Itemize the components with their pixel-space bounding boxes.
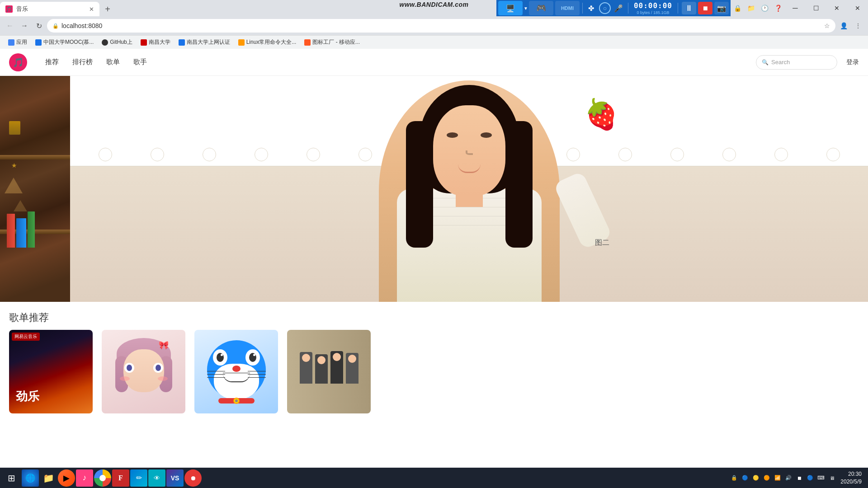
url-bar[interactable]: 🔒 localhost:8080 ☆ <box>47 19 835 33</box>
music-logo[interactable]: 🎵 <box>9 53 27 71</box>
search-icon: 🔍 <box>762 59 769 66</box>
login-button[interactable]: 登录 <box>846 58 859 66</box>
extension-button-2[interactable]: ⋮ <box>852 19 864 32</box>
start-button[interactable]: ⊞ <box>2 469 21 488</box>
url-lock-icon: 🔒 <box>52 23 59 29</box>
tab-close-icon[interactable]: ✕ <box>89 6 94 13</box>
bookmark-star-icon[interactable]: ☆ <box>824 22 830 29</box>
bandicam-pause-button[interactable]: ⏸ <box>682 2 696 14</box>
bandicam-filesize: 0 bytes / 185.1GB <box>637 10 669 15</box>
taskbar-folder-button[interactable]: 📁 <box>40 469 57 487</box>
nav-playlist[interactable]: 歌单 <box>106 58 120 66</box>
taskbar-record-button[interactable]: ⏺ <box>184 469 202 487</box>
bookmark-iconfactory[interactable]: 图标工厂 - 移动应... <box>301 38 363 47</box>
bookshelf-left: ★ <box>0 76 70 302</box>
book-3 <box>28 211 35 248</box>
person-figure: 🍓 图二 <box>311 80 627 302</box>
chrome-profile-icon[interactable]: 🔒 <box>731 0 744 16</box>
playlist-card-3[interactable] <box>194 330 278 413</box>
taskbar-foxit-button[interactable]: F <box>112 469 129 487</box>
refresh-button[interactable]: ↻ <box>33 19 45 32</box>
window-maximize-button[interactable]: ☐ <box>806 0 826 16</box>
playlist-badge-1: 网易云音乐 <box>12 333 40 341</box>
browser-tab[interactable]: 🎵 音乐 ✕ <box>0 2 99 16</box>
nav-chart[interactable]: 排行榜 <box>72 58 93 66</box>
tray-icon-1[interactable]: 🔒 <box>729 473 739 483</box>
taskbar-vs-button[interactable]: VS <box>166 469 184 487</box>
hero-right-section: 🍓 图二 <box>70 76 868 302</box>
bookmark-mooc[interactable]: 中国大学MOOC(慕... <box>32 38 97 47</box>
playlist-card-1[interactable]: 网易云音乐 劲乐 <box>9 330 93 413</box>
search-bar[interactable]: 🔍 Search <box>756 55 837 70</box>
bookmark-ncu[interactable]: 南昌大学 <box>137 38 174 47</box>
playlist-text-1: 劲乐 <box>16 389 39 404</box>
person-container: 🍓 图二 <box>70 76 868 302</box>
window-close-button[interactable]: ✕ <box>826 0 847 16</box>
taskbar-ie-button[interactable]: 🌐 <box>22 469 39 487</box>
nav-singer[interactable]: 歌手 <box>133 58 147 66</box>
clock-date: 2020/5/9 <box>840 478 862 486</box>
taskbar-chrome-button[interactable] <box>94 469 111 487</box>
chrome-downloads-icon[interactable]: 📁 <box>744 0 758 16</box>
bandicam-circle-button[interactable]: ○ <box>599 2 611 14</box>
mouth <box>458 164 481 173</box>
bandicam-monitor-button[interactable]: 🖥️ <box>498 1 523 15</box>
tray-icon-10[interactable]: 🖥 <box>827 473 837 483</box>
tray-icon-5[interactable]: 📶 <box>773 473 783 483</box>
taskbar-media-button[interactable]: ▶ <box>58 469 75 487</box>
new-tab-button[interactable]: + <box>101 3 114 15</box>
bookmark-apps[interactable]: 应用 <box>5 38 31 47</box>
hero-banner: ★ <box>0 76 868 302</box>
bandicam-timer: 00:00:00 <box>634 1 672 10</box>
window-minimize-button[interactable]: ─ <box>785 0 806 16</box>
hair-right <box>505 121 533 248</box>
tray-icon-9[interactable]: ⌨ <box>816 473 826 483</box>
bandicam-camera-button[interactable]: 📷 <box>714 2 729 14</box>
bandicam-monitor-dropdown[interactable]: ▼ <box>524 1 527 15</box>
bookmark-linux[interactable]: Linux常用命令大全... <box>235 38 300 47</box>
bandicam-stop-button[interactable]: ⏹ <box>698 2 712 14</box>
bandicam-cursor-button[interactable]: ✤ <box>585 2 597 14</box>
address-bar: ← → ↻ 🔒 localhost:8080 ☆ 👤 ⋮ <box>0 16 868 35</box>
tray-icon-3[interactable]: 🟡 <box>751 473 761 483</box>
playlist-thumb-4 <box>287 330 371 413</box>
bandicam-mic-button[interactable]: 🎤 <box>613 2 624 14</box>
clock-time: 20:30 <box>840 470 862 478</box>
tray-icon-2[interactable]: 🔵 <box>740 473 750 483</box>
back-button[interactable]: ← <box>4 19 16 32</box>
window-close-button-2[interactable]: ✕ <box>847 0 868 16</box>
extension-button-1[interactable]: 👤 <box>837 19 850 32</box>
system-clock[interactable]: 20:30 2020/5/9 <box>838 470 864 486</box>
tray-icon-6[interactable]: 🔊 <box>783 473 793 483</box>
taskbar: ⊞ 🌐 📁 ▶ ♪ F ✏ 👁 VS ⏺ 🔒 🔵 🟡 🟠 📶 🔊 ⏹ 🔵 ⌨ 🖥 <box>0 468 868 488</box>
nose <box>466 150 473 155</box>
taskbar-sound-button[interactable]: ♪ <box>76 469 93 487</box>
tray-icon-4[interactable]: 🟠 <box>762 473 772 483</box>
section-title: 歌单推荐 <box>9 311 859 324</box>
playlist-thumb-3 <box>194 330 278 413</box>
search-placeholder: Search <box>771 59 790 66</box>
playlist-thumb-2: 🎀 <box>102 330 185 413</box>
taskbar-neteye-button[interactable]: 👁 <box>148 469 165 487</box>
shelf-decoration: ★ <box>11 162 17 169</box>
triangle-deco <box>5 178 23 193</box>
chrome-history-icon[interactable]: 🕐 <box>758 0 771 16</box>
bandicam-gamepad-button[interactable]: 🎮 <box>529 1 553 15</box>
forward-button[interactable]: → <box>18 19 31 32</box>
bookmark-ncuauth[interactable]: 南昌大学上网认证 <box>175 38 234 47</box>
nav-recommend[interactable]: 推荐 <box>45 58 59 66</box>
hair-left <box>406 121 433 248</box>
book-1 <box>7 214 15 248</box>
playlist-thumb-1: 网易云音乐 劲乐 <box>9 330 93 413</box>
taskbar-ink-button[interactable]: ✏ <box>130 469 147 487</box>
bandicam-hdmi-button[interactable]: HDMI <box>555 1 580 15</box>
tray-icon-7[interactable]: ⏹ <box>794 473 804 483</box>
shelf-1 <box>0 155 70 160</box>
book-2 <box>16 218 26 248</box>
playlist-card-2[interactable]: 🎀 <box>102 330 185 413</box>
music-header: 🎵 推荐 排行榜 歌单 歌手 🔍 Search 登录 <box>0 49 868 76</box>
playlist-card-4[interactable] <box>287 330 371 413</box>
chrome-help-icon[interactable]: ❓ <box>771 0 785 16</box>
bookmark-github[interactable]: GitHub上 <box>98 38 136 47</box>
tray-icon-8[interactable]: 🔵 <box>805 473 815 483</box>
